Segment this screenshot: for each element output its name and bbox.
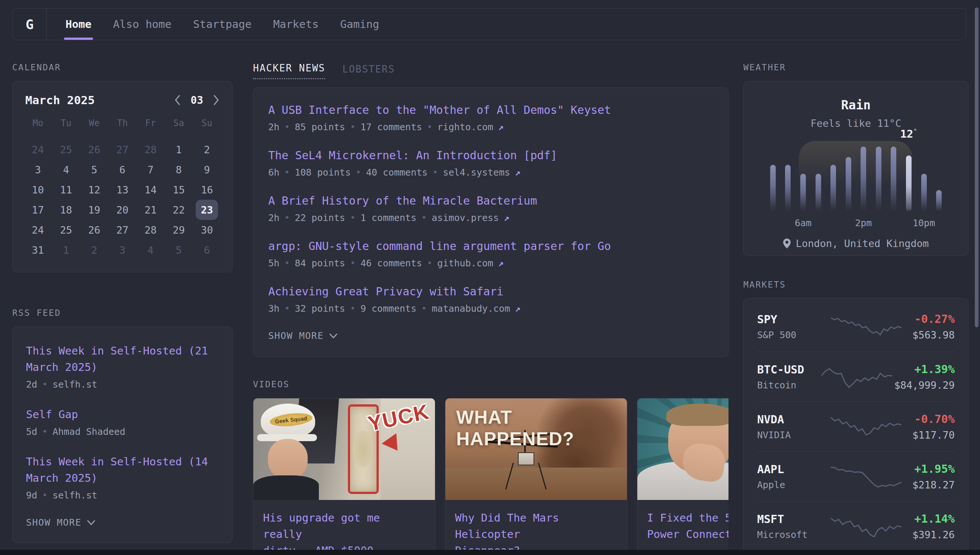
calendar-next-icon[interactable] bbox=[213, 95, 220, 106]
market-row[interactable]: SPY S&P 500 -0.27% $563.98 bbox=[757, 302, 955, 351]
calendar-day-cell[interactable]: 2 bbox=[80, 240, 108, 260]
news-item-title[interactable]: The SeL4 Microkernel: An Introduction [p… bbox=[268, 149, 713, 162]
calendar-day-cell[interactable]: 25 bbox=[52, 220, 80, 240]
weather-bar bbox=[846, 157, 851, 212]
calendar-day-cell[interactable]: 10 bbox=[24, 180, 52, 200]
news-item-meta: 2h•85 points•17 comments•righto.com↗ bbox=[268, 122, 713, 132]
rss-item-title[interactable]: Self Gap bbox=[26, 406, 219, 423]
calendar-day-cell[interactable]: 2 bbox=[193, 140, 221, 160]
calendar-day-cell[interactable]: 13 bbox=[108, 180, 136, 200]
calendar-day-cell[interactable]: 17 bbox=[24, 200, 52, 220]
calendar-day-cell[interactable]: 24 bbox=[24, 140, 52, 160]
video-thumbnail[interactable]: YUCKGeek Squad bbox=[253, 398, 435, 500]
calendar-day-cell[interactable]: 24 bbox=[24, 220, 52, 240]
weather-bar-slot bbox=[781, 145, 796, 212]
nav-tab-also-home[interactable]: Also home bbox=[113, 8, 172, 40]
calendar-day-cell[interactable]: 4 bbox=[52, 160, 80, 180]
calendar-day-cell[interactable]: 27 bbox=[108, 140, 136, 160]
meta-value: 17 comments bbox=[361, 122, 422, 132]
video-thumbnail[interactable]: WHAT HAPPENED? bbox=[445, 398, 627, 500]
thumbnail-shape bbox=[445, 468, 627, 500]
news-show-more-button[interactable]: SHOW MORE bbox=[268, 330, 338, 341]
meta-value: 2h bbox=[268, 122, 279, 132]
calendar-day-cell[interactable]: 28 bbox=[136, 220, 165, 240]
market-ticker[interactable]: NVDA bbox=[757, 413, 820, 426]
market-ticker[interactable]: BTC-USD bbox=[757, 363, 820, 376]
calendar-day-cell[interactable]: 5 bbox=[165, 240, 193, 260]
news-tab[interactable]: HACKER NEWS bbox=[253, 63, 325, 79]
calendar-day-cell[interactable]: 21 bbox=[136, 200, 165, 220]
news-item-title[interactable]: Achieving Great Privacy with Safari bbox=[268, 285, 713, 298]
calendar-prev-icon[interactable] bbox=[174, 95, 181, 106]
calendar-day-cell[interactable]: 3 bbox=[24, 160, 52, 180]
calendar-day-cell[interactable]: 30 bbox=[193, 220, 221, 240]
calendar-day-cell[interactable]: 1 bbox=[52, 240, 80, 260]
market-row[interactable]: MSFT Microsoft +1.14% $391.26 bbox=[757, 501, 955, 551]
calendar-day-cell[interactable]: 11 bbox=[52, 180, 80, 200]
nav-tab-startpage[interactable]: Startpage bbox=[193, 8, 252, 40]
calendar-day-cell[interactable]: 26 bbox=[80, 140, 108, 160]
calendar-day-number: 3 bbox=[27, 160, 49, 180]
calendar-day-cell[interactable]: 22 bbox=[165, 200, 193, 220]
market-change: +1.14% bbox=[912, 512, 955, 525]
market-ticker[interactable]: AAPL bbox=[757, 463, 820, 476]
calendar-day-cell[interactable]: 18 bbox=[52, 200, 80, 220]
calendar-day-cell[interactable]: 27 bbox=[108, 220, 136, 240]
calendar-day-cell[interactable]: 4 bbox=[136, 240, 165, 260]
app-logo[interactable]: G bbox=[13, 8, 47, 40]
rss-show-more-button[interactable]: SHOW MORE bbox=[26, 517, 96, 528]
calendar-day-cell[interactable]: 19 bbox=[80, 200, 108, 220]
nav-tab-markets[interactable]: Markets bbox=[273, 8, 319, 40]
scrollbar-thumb[interactable] bbox=[975, 8, 978, 327]
calendar-day-cell[interactable]: 3 bbox=[108, 240, 136, 260]
calendar-day-number: 14 bbox=[140, 180, 162, 200]
calendar-day-number: 24 bbox=[27, 220, 49, 240]
news-item-title[interactable]: argp: GNU-style command line argument pa… bbox=[268, 239, 713, 253]
market-sparkline bbox=[831, 312, 901, 341]
calendar-day-cell[interactable]: 26 bbox=[80, 220, 108, 240]
market-row[interactable]: NVDA NVIDIA -0.70% $117.70 bbox=[757, 401, 955, 451]
calendar-day-cell[interactable]: 9 bbox=[193, 160, 221, 180]
video-title[interactable]: His upgrade got me really dirty - AMD $5… bbox=[253, 500, 435, 555]
calendar-day-cell[interactable]: 5 bbox=[80, 160, 108, 180]
market-row[interactable]: AAPL Apple +1.95% $218.27 bbox=[757, 451, 955, 501]
calendar-day-cell[interactable]: 16 bbox=[193, 180, 221, 200]
nav-tab-label: Home bbox=[66, 18, 91, 30]
video-thumbnail[interactable]: DOTHT bbox=[637, 398, 728, 500]
video-title[interactable]: I Fixed the 5 Power Connect bbox=[637, 500, 728, 542]
calendar-day-cell[interactable]: 29 bbox=[165, 220, 193, 240]
rss-item-title[interactable]: This Week in Self-Hosted (21 March 2025) bbox=[26, 343, 219, 375]
video-title[interactable]: Why Did The Mars Helicopter Disappear? bbox=[445, 500, 627, 555]
calendar-day-cell[interactable]: 6 bbox=[193, 240, 221, 260]
calendar-day-cell[interactable]: 7 bbox=[136, 160, 165, 180]
meta-value: 40 comments bbox=[366, 167, 428, 178]
nav-tab-gaming[interactable]: Gaming bbox=[340, 8, 379, 40]
calendar-day-cell[interactable]: 15 bbox=[165, 180, 193, 200]
calendar-day-cell[interactable]: 25 bbox=[52, 140, 80, 160]
news-tab[interactable]: LOBSTERS bbox=[342, 64, 395, 79]
market-ticker[interactable]: SPY bbox=[757, 313, 820, 326]
market-ticker[interactable]: MSFT bbox=[757, 513, 820, 526]
calendar-day-cell[interactable]: 8 bbox=[165, 160, 193, 180]
nav-tab-home[interactable]: Home bbox=[66, 8, 91, 40]
meta-separator: • bbox=[421, 303, 427, 314]
calendar-day-number: 28 bbox=[140, 140, 162, 160]
news-item-title[interactable]: A USB Interface to the "Mother of All De… bbox=[268, 103, 713, 116]
calendar-day-number: 16 bbox=[196, 180, 218, 200]
rss-feed-widget: This Week in Self-Hosted (21 March 2025)… bbox=[12, 327, 233, 543]
calendar-day-cell[interactable]: 20 bbox=[108, 200, 136, 220]
calendar-day-cell[interactable]: 1 bbox=[165, 140, 193, 160]
calendar-day-cell[interactable]: 31 bbox=[24, 240, 52, 260]
calendar-day-cell[interactable]: 6 bbox=[108, 160, 136, 180]
rss-item-title[interactable]: This Week in Self-Hosted (14 March 2025) bbox=[26, 454, 219, 486]
calendar-day-number: 3 bbox=[111, 240, 133, 260]
external-link-icon: ↗ bbox=[515, 303, 521, 314]
news-item-title[interactable]: A Brief History of the Miracle Bacterium bbox=[268, 194, 713, 207]
market-row[interactable]: BTC-USD Bitcoin +1.39% $84,999.29 bbox=[757, 351, 955, 401]
calendar-day-cell[interactable]: 28 bbox=[136, 140, 165, 160]
market-identity: BTC-USD Bitcoin bbox=[757, 363, 820, 391]
calendar-day-cell[interactable]: 14 bbox=[136, 180, 165, 200]
calendar-day-number: 31 bbox=[27, 240, 49, 260]
calendar-day-cell[interactable]: 23 bbox=[193, 200, 221, 220]
calendar-day-cell[interactable]: 12 bbox=[80, 180, 108, 200]
